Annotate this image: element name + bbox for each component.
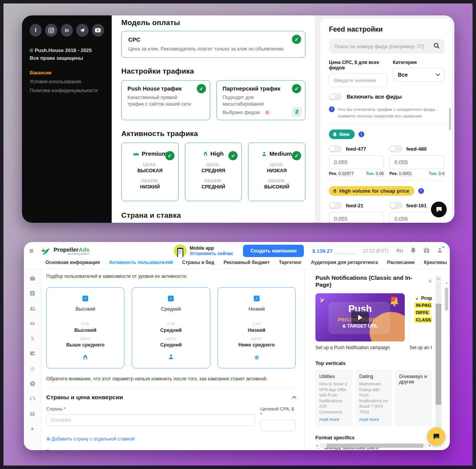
linkedin-icon[interactable]: in xyxy=(61,24,73,37)
category-select[interactable]: Все xyxy=(393,68,444,82)
propellerads-logo[interactable]: PropellerAds advertising platform xyxy=(40,245,89,257)
feed-toggle[interactable] xyxy=(389,202,402,209)
gifts-icon[interactable] xyxy=(423,247,430,255)
scroll-up-arrow[interactable]: ▲ xyxy=(445,281,448,284)
pushhouse-traffic-card[interactable]: Push House трафик Качественный прямой тр… xyxy=(121,80,210,120)
exclaim-glyph: ! xyxy=(420,189,421,193)
wallet-icon[interactable] xyxy=(30,350,35,356)
target-icon[interactable]: ◎ xyxy=(30,365,34,372)
logo-text: Propeller xyxy=(54,246,79,253)
youtube-icon[interactable] xyxy=(92,24,104,37)
top-value[interactable]: 0.06 xyxy=(376,171,384,176)
vacancies-link[interactable]: Вакансии xyxy=(30,70,104,76)
activity-card-medium[interactable]: ✓ Средний CTR Средний ЦЕНА Средний xyxy=(132,287,210,368)
balance-amount[interactable]: $ 139.27 xyxy=(312,248,333,254)
tab-targeting[interactable]: Таргетинг xyxy=(279,260,302,265)
info-icon[interactable]: ! xyxy=(359,131,364,137)
add-country-link[interactable]: ⊕Добавить страну с отдельной ставкой xyxy=(46,436,296,442)
instagram-icon[interactable] xyxy=(45,24,57,37)
feed-toggle[interactable] xyxy=(329,145,342,152)
facebook-icon[interactable]: f xyxy=(30,24,42,37)
install-now-link[interactable]: Установить сейчас xyxy=(190,251,233,256)
scrollbar-thumb[interactable] xyxy=(327,444,423,448)
audiences-icon[interactable] xyxy=(29,305,36,311)
scrollbar-thumb[interactable] xyxy=(445,287,448,311)
tab-user-activity[interactable]: Активность пользователей xyxy=(109,260,173,265)
activity-card-high[interactable]: High ЦЕНА: СРЕДНЯЯ ОБЪЕМ: СРЕДНИЙ ✓ xyxy=(185,143,242,201)
gifts-box-icon[interactable] xyxy=(30,410,35,417)
scroll-up-arrow[interactable]: ▲ xyxy=(436,276,441,281)
campaigns-briefcase-icon[interactable] xyxy=(30,275,35,281)
tab-budget[interactable]: Рекламный бюджет xyxy=(224,260,270,265)
help-panel-scrollbar[interactable]: ▲ ▼ xyxy=(436,282,441,445)
check-glyph: ✓ xyxy=(84,296,87,301)
rec-value[interactable]: 0.0001 xyxy=(399,171,412,176)
favorites-star-icon[interactable]: ★ xyxy=(30,425,35,432)
privacy-link[interactable]: Политика конфиденциальности xyxy=(30,88,104,93)
scroll-left-arrow[interactable]: ◄ xyxy=(315,444,318,447)
vertical-desc: Mainstream Dating with Push Notification… xyxy=(359,381,389,415)
feed-toggle[interactable] xyxy=(389,145,402,152)
price-label: ЦЕНА: xyxy=(188,162,239,167)
help-icon[interactable]: ? xyxy=(30,380,35,387)
top-value[interactable]: 0.6 xyxy=(439,171,444,176)
telegram-icon[interactable] xyxy=(76,24,88,37)
feed-bid-input[interactable] xyxy=(329,155,384,169)
scrollbar-thumb[interactable] xyxy=(449,108,451,130)
target-cpa-input[interactable] xyxy=(260,420,296,431)
rec-value[interactable]: 0.02977 xyxy=(339,171,354,176)
activity-card-high[interactable]: ✓ Высокий CTR Высокий ЦЕНА Выше среднего xyxy=(46,287,124,368)
tab-retargeting-audience[interactable]: Аудитория для ретаргетинга xyxy=(311,260,378,265)
chevron-down-icon xyxy=(436,72,440,76)
balance-dashed-field[interactable] xyxy=(335,249,355,254)
feed-item: feed-21 Рек. 0.00491Топ. 0.6 xyxy=(329,202,384,223)
tab-main-info[interactable]: Основная информация xyxy=(45,260,100,265)
checkbox-checked[interactable]: ✓ xyxy=(82,296,88,301)
terms-link[interactable]: Условия использования xyxy=(30,79,104,84)
horizontal-scrollbar[interactable]: ◄ ► xyxy=(315,443,431,448)
countries-input[interactable] xyxy=(46,414,255,426)
activity-card-premium[interactable]: Premium ЦЕНА: ВЫСОКАЯ ОБЪЕМ: НИЗКИЙ ✓ xyxy=(121,143,179,201)
payments-dollar-icon[interactable]: $ xyxy=(31,335,34,341)
cpc-model-card[interactable]: CPC Цена за клик. Рекламодатель платит т… xyxy=(121,31,305,58)
ads-icon[interactable] xyxy=(30,290,35,296)
inpage-video-thumbnail[interactable]: Prop IN-PAG DIFFE CLASS xyxy=(409,293,432,341)
page-scrollbar[interactable]: ▲ xyxy=(445,282,448,340)
chat-widget-button[interactable] xyxy=(427,427,445,445)
feed-bid-input[interactable] xyxy=(389,155,444,169)
language-selector[interactable]: RU xyxy=(396,248,403,254)
create-campaign-button[interactable]: Создать кампанию xyxy=(243,245,304,257)
read-more-link[interactable]: read more xyxy=(319,417,349,422)
checkbox-checked[interactable]: ✓ xyxy=(168,296,174,301)
feed-filter-button[interactable] xyxy=(292,107,302,117)
play-button[interactable] xyxy=(351,311,369,324)
tab-countries-bid[interactable]: Страны и бид xyxy=(182,260,215,265)
notifications-bell-icon[interactable] xyxy=(410,247,416,255)
enable-all-feeds-toggle[interactable] xyxy=(329,93,342,100)
feed-settings-panel: Feed настройки Цена CPC, $ для всех фидо… xyxy=(320,18,452,223)
info-icon[interactable]: ! xyxy=(418,188,424,194)
tab-schedule[interactable]: Расписание xyxy=(387,260,415,265)
profile-icon[interactable]: ★ xyxy=(437,247,443,255)
chat-widget-button[interactable] xyxy=(431,202,447,217)
tab-creatives[interactable]: Креативы xyxy=(424,260,447,265)
support-headset-icon[interactable] xyxy=(30,395,35,402)
feed-toggle[interactable] xyxy=(329,202,342,209)
search-icon[interactable] xyxy=(434,43,440,50)
hamburger-menu-icon[interactable]: ≡ xyxy=(29,247,34,255)
checkbox-checked[interactable]: ✓ xyxy=(254,296,260,301)
activity-card-medium[interactable]: Medium ЦЕНА: НИЗКАЯ ОБЪЕМ: ВЫСОКИЙ ✓ xyxy=(248,143,305,201)
scroll-right-arrow[interactable]: ► xyxy=(428,444,431,447)
collapse-chevron-icon[interactable] xyxy=(292,396,296,400)
cpc-all-input[interactable] xyxy=(329,73,387,87)
partner-traffic-card[interactable]: Партнерский трафик Подходит для масштаби… xyxy=(216,80,305,120)
activity-card-low[interactable]: ✓ Низкий CTR Низкий ЦЕНА Ниже среднего ❄ xyxy=(218,287,296,368)
read-more-link[interactable]: read more xyxy=(359,417,389,422)
feed-bid-input[interactable] xyxy=(329,212,384,223)
scrollbar-thumb[interactable] xyxy=(436,304,441,405)
feed-search-input[interactable] xyxy=(329,39,444,54)
close-icon[interactable]: × xyxy=(428,277,432,286)
tracking-eye-icon[interactable] xyxy=(29,320,35,326)
push-video-thumbnail[interactable]: 1 Push PRICING MODELS & TARGET URL xyxy=(315,293,405,341)
price-label: ЦЕНА xyxy=(222,336,292,341)
